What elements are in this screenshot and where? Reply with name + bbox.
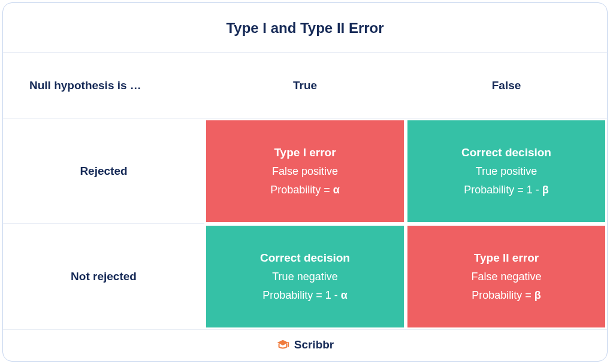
footer-brand: Scribbr (294, 338, 334, 351)
title-row: Type I and Type II Error (3, 3, 607, 53)
col-header-true: True (204, 53, 406, 119)
error-grid: Null hypothesis is … True False Rejected… (3, 53, 607, 329)
cell-subtitle: False negative (471, 271, 541, 283)
cell-not-rejected-false: Type II error False negative Probability… (407, 226, 605, 327)
cell-probability: Probability = 1 - β (464, 184, 549, 196)
cell-title: Correct decision (260, 251, 350, 265)
cell-rejected-false: Correct decision True positive Probabili… (407, 120, 605, 222)
cell-subtitle: True positive (476, 165, 537, 178)
row-label-not-rejected: Not rejected (3, 224, 204, 329)
cell-probability: Probability = α (270, 184, 340, 196)
cell-title: Type II error (474, 251, 539, 265)
cell-subtitle: False positive (272, 165, 338, 178)
cell-title: Correct decision (461, 146, 551, 159)
cell-probability: Probability = 1 - α (262, 289, 348, 302)
cell-subtitle: True negative (272, 271, 337, 283)
cell-not-rejected-true: Correct decision True negative Probabili… (206, 226, 404, 327)
error-types-card: Type I and Type II Error Null hypothesis… (2, 2, 608, 362)
row-axis-label: Null hypothesis is … (3, 53, 204, 119)
cell-title: Type I error (274, 146, 336, 159)
row-label-rejected: Rejected (3, 119, 204, 224)
scribbr-logo-icon (276, 338, 289, 351)
card-title: Type I and Type II Error (3, 20, 607, 37)
cell-probability: Probability = β (472, 289, 541, 302)
col-header-false: False (406, 53, 607, 119)
footer: Scribbr (3, 329, 607, 361)
cell-rejected-true: Type I error False positive Probability … (206, 120, 404, 222)
